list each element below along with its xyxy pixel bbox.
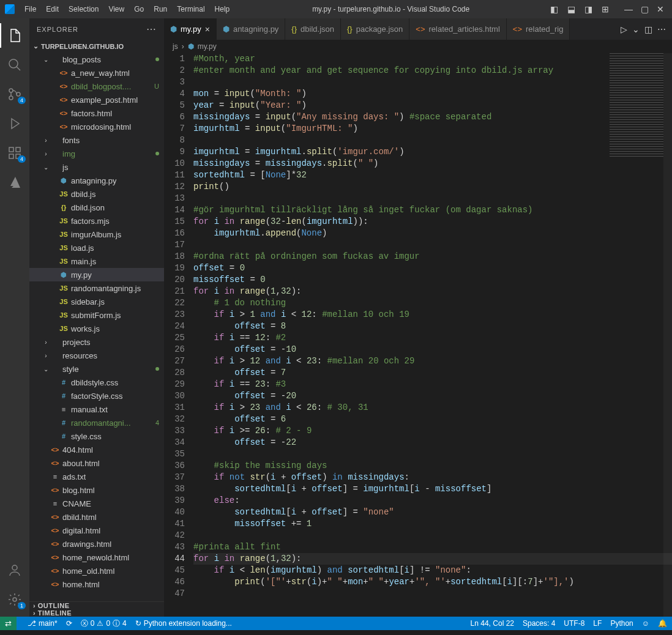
code-line[interactable]: if i == 12: #2	[193, 332, 672, 344]
debug-icon[interactable]	[0, 111, 29, 136]
folder-img[interactable]: ›img	[29, 147, 164, 160]
code-line[interactable]: imgurhtml.append(None)	[193, 228, 672, 239]
code-line[interactable]: #skip the missing days	[193, 460, 672, 472]
file-home_old.html[interactable]: <>home_old.html	[29, 564, 164, 577]
code-line[interactable]: offset = 0	[193, 262, 672, 274]
code-line[interactable]	[193, 448, 672, 460]
language-mode[interactable]: Python	[610, 619, 633, 628]
accounts-icon[interactable]	[0, 558, 29, 582]
file-dbild.json[interactable]: {}dbild.json	[29, 201, 164, 214]
run-icon[interactable]: ▷	[621, 24, 627, 34]
folder-fonts[interactable]: ›fonts	[29, 133, 164, 147]
code-line[interactable]	[193, 530, 672, 541]
explorer-icon[interactable]	[0, 23, 29, 48]
folder-blog_posts[interactable]: ⌄blog_posts	[29, 53, 164, 66]
code-line[interactable]: offset = 7	[193, 367, 672, 379]
sync-icon[interactable]: ⟳	[66, 619, 72, 628]
code-line[interactable]	[193, 239, 672, 251]
code-line[interactable]: missingdays = missingdays.split(" ")	[193, 158, 672, 169]
tab-antagning.py[interactable]: ⬢antagning.py	[217, 18, 285, 40]
cursor-position[interactable]: Ln 44, Col 22	[471, 619, 514, 628]
code-line[interactable]: print()	[193, 181, 672, 193]
code-line[interactable]: #gör imgurhtml tillräckligt lång så inge…	[193, 204, 672, 216]
code-line[interactable]: sortedhtml[i + offset] = "none"	[193, 507, 672, 518]
code-line[interactable]: print('["'+str(i)+" "+mon+" "+year+'", "…	[193, 576, 672, 588]
folder-projects[interactable]: ›projects	[29, 335, 164, 349]
code-line[interactable]: if i > 1 and i < 12: #mellan 10 och 19	[193, 309, 672, 321]
menu-terminal[interactable]: Terminal	[172, 2, 209, 16]
extensions-icon[interactable]: 4	[0, 141, 29, 165]
code-line[interactable]: #ordna rätt på ordningen som fuckas av i…	[193, 251, 672, 262]
minimize-icon[interactable]: —	[622, 4, 635, 14]
file-submitForm.js[interactable]: JSsubmitForm.js	[29, 308, 164, 322]
menu-help[interactable]: Help	[210, 2, 235, 16]
file-microdosing.html[interactable]: <>microdosing.html	[29, 120, 164, 133]
git-branch[interactable]: ⎇ main*	[28, 619, 58, 628]
file-CNAME[interactable]: ≡CNAME	[29, 497, 164, 510]
folder-resources[interactable]: ›resources	[29, 349, 164, 362]
file-sidebar.js[interactable]: JSsidebar.js	[29, 295, 164, 308]
file-a_new_way.html[interactable]: <>a_new_way.html	[29, 66, 164, 80]
file-home_newold.html[interactable]: <>home_newold.html	[29, 551, 164, 564]
code-line[interactable]: missoffset = 0	[193, 274, 672, 286]
close-tab-icon[interactable]: ×	[205, 24, 210, 34]
encoding-status[interactable]: UTF-8	[564, 619, 584, 628]
code-line[interactable]: for i in range(32-len(imgurhtml)):	[193, 216, 672, 228]
search-icon[interactable]	[0, 53, 29, 77]
file-factors.html[interactable]: <>factors.html	[29, 106, 164, 120]
file-404.html[interactable]: <>404.html	[29, 443, 164, 456]
folder-js[interactable]: ⌄js	[29, 160, 164, 174]
split-editor-icon[interactable]: ◫	[644, 24, 652, 34]
code-line[interactable]: mon = input("Month: ")	[193, 88, 672, 100]
file-ads.txt[interactable]: ≡ads.txt	[29, 470, 164, 483]
code-line[interactable]: missoffset += 1	[193, 518, 672, 530]
file-load.js[interactable]: JSload.js	[29, 241, 164, 254]
file-my.py[interactable]: ⬢my.py	[29, 268, 164, 281]
sidebar-more-icon[interactable]: ⋯	[146, 23, 157, 35]
settings-gear-icon[interactable]: 1	[0, 587, 29, 612]
file-about.html[interactable]: <>about.html	[29, 456, 164, 470]
tab-related_rig[interactable]: <>related_rig	[507, 18, 570, 40]
file-dbild.html[interactable]: <>dbild.html	[29, 510, 164, 524]
code-line[interactable]: else:	[193, 495, 672, 507]
tab-related_articles.html[interactable]: <>related_articles.html	[409, 18, 507, 40]
eol-status[interactable]: LF	[593, 619, 602, 628]
outline-section[interactable]: › OUTLINE	[29, 602, 164, 609]
file-randomantagning.js[interactable]: JSrandomantagning.js	[29, 281, 164, 295]
file-example_post.html[interactable]: <>example_post.html	[29, 93, 164, 106]
code-line[interactable]: if i > 12 and i < 23: #mellan 20 och 29	[193, 355, 672, 367]
tab-package.json[interactable]: {}package.json	[341, 18, 409, 40]
remote-indicator[interactable]: ⇄	[0, 617, 17, 630]
code-line[interactable]: offset = 8	[193, 321, 672, 332]
folder-style[interactable]: ⌄style	[29, 362, 164, 376]
code-line[interactable]: offset = -10	[193, 344, 672, 355]
menu-view[interactable]: View	[103, 2, 129, 16]
code-line[interactable]: # 1 do nothing	[193, 297, 672, 309]
code-line[interactable]: if i > 23 and i < 26: # 30, 31	[193, 402, 672, 414]
file-imgurAlbum.js[interactable]: JSimgurAlbum.js	[29, 228, 164, 241]
file-dbildstyle.css[interactable]: #dbildstyle.css	[29, 376, 164, 389]
menu-go[interactable]: Go	[129, 2, 149, 16]
notifications-icon[interactable]: 🔔	[658, 619, 667, 628]
breadcrumb[interactable]: js › ⬢ my.py	[164, 40, 672, 53]
code-line[interactable]: sortedhtml[i + offset] = imgurhtml[i - m…	[193, 483, 672, 495]
code-line[interactable]: #printa allt fint	[193, 541, 672, 553]
panel-bottom-icon[interactable]: ⬓	[564, 4, 578, 14]
file-style.css[interactable]: #style.css	[29, 429, 164, 443]
feedback-icon[interactable]: ☺	[642, 619, 649, 628]
file-blog.html[interactable]: <>blog.html	[29, 483, 164, 497]
azure-icon[interactable]	[0, 170, 29, 195]
code-line[interactable]	[193, 76, 672, 88]
file-randomantagni...[interactable]: #randomantagni...4	[29, 416, 164, 429]
file-drawings.html[interactable]: <>drawings.html	[29, 537, 164, 551]
code-line[interactable]: imgurhtml = input("ImgurHTML: ")	[193, 123, 672, 135]
code-line[interactable]: year = input("Year: ")	[193, 100, 672, 111]
code-line[interactable]	[193, 588, 672, 600]
code-line[interactable]: if i < len(imgurhtml) and sortedhtml[i] …	[193, 565, 672, 576]
file-dbild_blogpost....[interactable]: <>dbild_blogpost....U	[29, 80, 164, 93]
code-line[interactable]: if i >= 26: # 2 - 9	[193, 425, 672, 437]
code-line[interactable]: sortedhtml = [None]*32	[193, 169, 672, 181]
panel-right-icon[interactable]: ◨	[581, 4, 595, 14]
indent-status[interactable]: Spaces: 4	[523, 619, 555, 628]
loading-status[interactable]: ↻ Python extension loading...	[135, 619, 232, 628]
